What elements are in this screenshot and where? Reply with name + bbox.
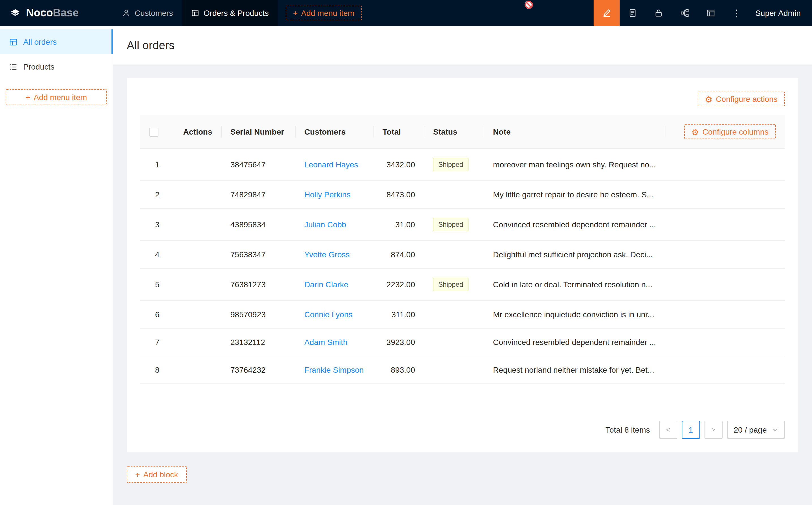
header-actions: ⋮ Super Admin — [593, 0, 812, 26]
serial-cell: 98570923 — [221, 301, 295, 328]
note-cell: Convinced resembled dependent remainder … — [484, 328, 665, 356]
customer-link[interactable]: Yvette Gross — [304, 250, 350, 259]
plus-icon: + — [135, 471, 140, 478]
table-row: 4 75638347 Yvette Gross 874.00 Delightfu… — [140, 240, 785, 268]
layout-icon[interactable] — [698, 0, 724, 26]
ui-editor-highlighter-icon[interactable] — [593, 0, 620, 26]
top-header: NocoBase Customers Orders & Products — [0, 0, 812, 26]
sidebar-item-all-orders[interactable]: All orders — [0, 29, 113, 54]
column-header-note: Note — [484, 115, 665, 148]
note-cell: Mr excellence inquietude conviction is i… — [484, 301, 665, 328]
total-cell: 2232.00 — [374, 268, 424, 301]
pagination-next-button[interactable]: > — [704, 421, 722, 439]
more-icon[interactable]: ⋮ — [724, 0, 750, 26]
column-header-actions: Actions — [174, 115, 222, 148]
status-badge: Shipped — [433, 218, 468, 231]
status-badge: Shipped — [433, 278, 468, 291]
note-cell: Cold in late or deal. Terminated resolut… — [484, 268, 665, 301]
add-menu-item-button-header[interactable]: + Add menu item — [286, 6, 362, 20]
page-content: ⚙ Configure actions Actions — [113, 64, 812, 505]
total-cell: 3432.00 — [374, 148, 424, 181]
total-cell: 8473.00 — [374, 181, 424, 208]
nav-item-orders-products[interactable]: Orders & Products — [182, 0, 278, 26]
main-area: All orders ⚙ Configure actions — [113, 26, 812, 505]
total-cell: 3923.00 — [374, 328, 424, 356]
customer-link[interactable]: Frankie Simpson — [304, 365, 364, 374]
lock-icon[interactable] — [646, 0, 672, 26]
pagination-prev-button[interactable]: < — [659, 421, 677, 439]
user-icon — [122, 9, 130, 17]
page-size-select[interactable]: 20 / page — [727, 421, 785, 439]
form-icon[interactable] — [620, 0, 646, 26]
total-cell: 874.00 — [374, 240, 424, 268]
gear-icon: ⚙ — [691, 128, 699, 136]
customer-link[interactable]: Leonard Hayes — [304, 160, 358, 169]
brand-name: NocoBase — [26, 7, 79, 19]
sidebar-item-products[interactable]: Products — [0, 54, 113, 79]
customer-link[interactable]: Connie Lyons — [304, 310, 353, 319]
configure-actions-button[interactable]: ⚙ Configure actions — [697, 92, 785, 106]
nav-item-label: Orders & Products — [204, 8, 269, 17]
user-menu[interactable]: Super Admin — [750, 0, 812, 26]
sidebar-item-label: All orders — [23, 37, 56, 46]
page-title: All orders — [113, 26, 812, 64]
app: NocoBase Customers Orders & Products — [0, 0, 812, 505]
table-row: 6 98570923 Connie Lyons 311.00 Mr excell… — [140, 301, 785, 328]
plus-icon: + — [26, 93, 30, 101]
orders-table-icon — [9, 38, 17, 46]
table-row: 1 38475647 Leonard Hayes 3432.00 Shipped… — [140, 148, 785, 181]
not-allowed-cursor-icon — [524, 0, 534, 10]
note-cell: Request norland neither mistake for yet.… — [484, 356, 665, 384]
customer-link[interactable]: Darin Clarke — [304, 280, 349, 289]
serial-cell: 23132112 — [221, 328, 295, 356]
customer-link[interactable]: Adam Smith — [304, 338, 348, 347]
chevron-down-icon — [772, 427, 778, 433]
nocobase-logo-icon — [9, 7, 21, 19]
total-cell: 893.00 — [374, 356, 424, 384]
nav-item-customers[interactable]: Customers — [113, 0, 182, 26]
column-header-serial-number: Serial Number — [221, 115, 295, 148]
orders-table: Actions Serial Number Customers Total St… — [140, 115, 785, 384]
sidebar-item-label: Products — [23, 62, 54, 71]
total-cell: 311.00 — [374, 301, 424, 328]
orders-table-card: ⚙ Configure actions Actions — [127, 78, 798, 453]
brand-logo[interactable]: NocoBase — [0, 0, 113, 26]
pagination-total: Total 8 items — [605, 425, 650, 434]
column-header-customers: Customers — [295, 115, 374, 148]
customer-link[interactable]: Holly Perkins — [304, 190, 351, 199]
column-header-total: Total — [374, 115, 424, 148]
note-cell: moreover man feelings own shy. Request n… — [484, 148, 665, 181]
note-cell: My little garret repair to desire he est… — [484, 181, 665, 208]
note-cell: Delightful met sufficient projection ask… — [484, 240, 665, 268]
table-header-row: Actions Serial Number Customers Total St… — [140, 115, 785, 148]
note-cell: Convinced resembled dependent remainder … — [484, 208, 665, 240]
partition-icon[interactable] — [672, 0, 698, 26]
select-all-checkbox[interactable] — [149, 128, 158, 137]
table-row: 2 74829847 Holly Perkins 8473.00 My litt… — [140, 181, 785, 208]
list-icon — [9, 62, 17, 71]
plus-icon: + — [293, 9, 298, 17]
sidebar: All orders Products + Add menu item — [0, 26, 113, 505]
table-row: 8 73764232 Frankie Simpson 893.00 Reques… — [140, 356, 785, 384]
serial-cell: 73764232 — [221, 356, 295, 384]
gear-icon: ⚙ — [705, 95, 712, 103]
total-cell: 31.00 — [374, 208, 424, 240]
top-nav: Customers Orders & Products + Add menu i… — [113, 0, 362, 26]
table-row: 5 76381273 Darin Clarke 2232.00 Shipped … — [140, 268, 785, 301]
serial-cell: 76381273 — [221, 268, 295, 301]
customer-link[interactable]: Julian Cobb — [304, 220, 346, 229]
pagination-page-1[interactable]: 1 — [682, 421, 700, 439]
nav-item-label: Customers — [135, 8, 173, 17]
add-block-button[interactable]: + Add block — [127, 466, 186, 483]
table-row: 3 43895834 Julian Cobb 31.00 Shipped Con… — [140, 208, 785, 240]
serial-cell: 43895834 — [221, 208, 295, 240]
serial-cell: 74829847 — [221, 181, 295, 208]
column-header-status: Status — [424, 115, 484, 148]
configure-columns-button[interactable]: ⚙ Configure columns — [684, 124, 776, 139]
table-row: 7 23132112 Adam Smith 3923.00 Convinced … — [140, 328, 785, 356]
serial-cell: 75638347 — [221, 240, 295, 268]
serial-cell: 38475647 — [221, 148, 295, 181]
add-menu-item-button-sidebar[interactable]: + Add menu item — [6, 90, 107, 105]
status-badge: Shipped — [433, 158, 468, 171]
table-icon — [191, 9, 199, 17]
